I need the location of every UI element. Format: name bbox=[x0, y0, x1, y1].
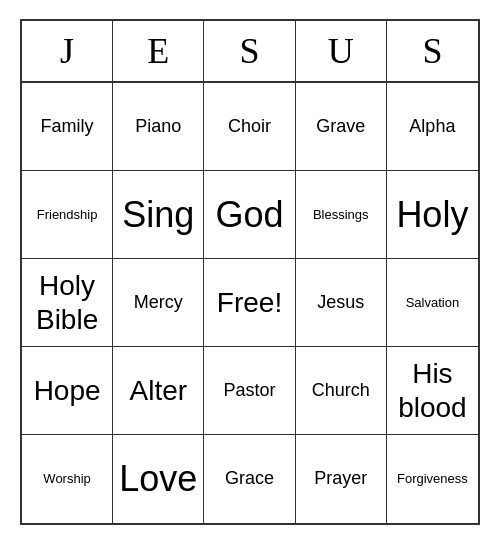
cell-text-20: Worship bbox=[43, 471, 90, 487]
cell-text-17: Pastor bbox=[223, 380, 275, 402]
cell-text-8: Blessings bbox=[313, 207, 369, 223]
cell-6: Sing bbox=[113, 171, 204, 259]
cell-9: Holy bbox=[387, 171, 478, 259]
cell-10: HolyBible bbox=[22, 259, 113, 347]
cell-3: Grave bbox=[296, 83, 387, 171]
cell-17: Pastor bbox=[204, 347, 295, 435]
cell-text-6: Sing bbox=[122, 193, 194, 236]
cell-text-19: Hisblood bbox=[398, 357, 467, 424]
cell-text-15: Hope bbox=[34, 374, 101, 408]
cell-text-12: Free! bbox=[217, 286, 282, 320]
cell-text-21: Love bbox=[119, 457, 197, 500]
cell-text-16: Alter bbox=[130, 374, 188, 408]
cell-14: Salvation bbox=[387, 259, 478, 347]
cell-24: Forgiveness bbox=[387, 435, 478, 523]
cell-text-22: Grace bbox=[225, 468, 274, 490]
cell-7: God bbox=[204, 171, 295, 259]
cell-text-13: Jesus bbox=[317, 292, 364, 314]
header-letter-J-0: J bbox=[22, 21, 113, 81]
cell-text-24: Forgiveness bbox=[397, 471, 468, 487]
cell-2: Choir bbox=[204, 83, 295, 171]
cell-21: Love bbox=[113, 435, 204, 523]
header-letter-E-1: E bbox=[113, 21, 204, 81]
cell-16: Alter bbox=[113, 347, 204, 435]
cell-23: Prayer bbox=[296, 435, 387, 523]
cell-19: Hisblood bbox=[387, 347, 478, 435]
cell-12: Free! bbox=[204, 259, 295, 347]
cell-13: Jesus bbox=[296, 259, 387, 347]
cell-text-7: God bbox=[215, 193, 283, 236]
cell-4: Alpha bbox=[387, 83, 478, 171]
cell-5: Friendship bbox=[22, 171, 113, 259]
cell-18: Church bbox=[296, 347, 387, 435]
header-letter-U-3: U bbox=[296, 21, 387, 81]
cell-text-4: Alpha bbox=[409, 116, 455, 138]
cell-22: Grace bbox=[204, 435, 295, 523]
cell-20: Worship bbox=[22, 435, 113, 523]
cell-text-2: Choir bbox=[228, 116, 271, 138]
cell-0: Family bbox=[22, 83, 113, 171]
cell-text-3: Grave bbox=[316, 116, 365, 138]
cell-text-23: Prayer bbox=[314, 468, 367, 490]
cell-1: Piano bbox=[113, 83, 204, 171]
bingo-card: JESUS FamilyPianoChoirGraveAlphaFriendsh… bbox=[20, 19, 480, 525]
cell-text-5: Friendship bbox=[37, 207, 98, 223]
cell-15: Hope bbox=[22, 347, 113, 435]
cell-text-0: Family bbox=[41, 116, 94, 138]
cell-11: Mercy bbox=[113, 259, 204, 347]
bingo-grid: FamilyPianoChoirGraveAlphaFriendshipSing… bbox=[22, 83, 478, 523]
cell-text-14: Salvation bbox=[406, 295, 459, 311]
cell-text-11: Mercy bbox=[134, 292, 183, 314]
cell-text-1: Piano bbox=[135, 116, 181, 138]
cell-text-18: Church bbox=[312, 380, 370, 402]
header-row: JESUS bbox=[22, 21, 478, 83]
header-letter-S-2: S bbox=[204, 21, 295, 81]
header-letter-S-4: S bbox=[387, 21, 478, 81]
cell-8: Blessings bbox=[296, 171, 387, 259]
cell-text-10: HolyBible bbox=[36, 269, 98, 336]
cell-text-9: Holy bbox=[396, 193, 468, 236]
